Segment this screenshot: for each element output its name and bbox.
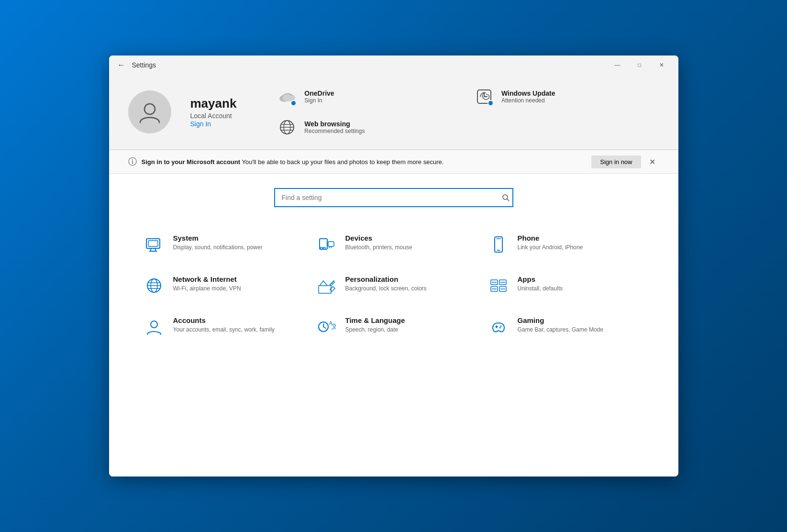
windows-update-sublabel: Attention needed xyxy=(501,97,555,104)
web-browsing-icon xyxy=(277,117,298,138)
settings-item-phone[interactable]: Phone Link your Android, iPhone xyxy=(482,226,650,263)
web-browsing-service[interactable]: Web browsing Recommended settings xyxy=(275,115,462,140)
personalization-title: Personalization xyxy=(345,275,427,283)
search-container xyxy=(138,188,650,207)
phone-desc: Link your Android, iPhone xyxy=(518,244,583,252)
search-icon xyxy=(502,194,510,201)
svg-line-44 xyxy=(323,327,326,328)
signin-banner: ⓘ Sign in to your Microsoft account You'… xyxy=(109,150,678,174)
phone-title: Phone xyxy=(518,234,583,242)
settings-window: ← Settings — □ ✕ mayank Local Accou xyxy=(109,55,678,477)
phone-icon xyxy=(488,234,509,255)
minimize-button[interactable]: — xyxy=(607,57,629,73)
avatar xyxy=(128,90,171,133)
onedrive-text: OneDrive Sign In xyxy=(304,89,334,104)
apps-desc: Uninstall, defaults xyxy=(518,285,563,293)
header-area: mayank Local Account Sign In OneDrive S xyxy=(109,75,678,150)
apps-text: Apps Uninstall, defaults xyxy=(518,275,563,293)
onedrive-service[interactable]: OneDrive Sign In xyxy=(275,84,462,109)
system-title: System xyxy=(173,234,263,242)
maximize-icon: □ xyxy=(638,62,641,68)
maximize-button[interactable]: □ xyxy=(629,57,651,73)
network-title: Network & Internet xyxy=(173,275,241,283)
search-box xyxy=(274,188,513,207)
gaming-title: Gaming xyxy=(518,316,603,324)
windows-update-text: Windows Update Attention needed xyxy=(501,89,555,104)
windows-update-label: Windows Update xyxy=(501,89,555,97)
search-input[interactable] xyxy=(274,188,513,207)
settings-item-accounts[interactable]: Accounts Your accounts, email, sync, wor… xyxy=(138,309,305,345)
accounts-desc: Your accounts, email, sync, work, family xyxy=(173,326,275,334)
onedrive-icon-wrap xyxy=(277,86,298,107)
personalization-icon xyxy=(316,275,337,296)
settings-grid: System Display, sound, notifications, po… xyxy=(138,226,650,345)
devices-title: Devices xyxy=(345,234,412,242)
profile-name: mayank xyxy=(190,96,237,111)
svg-rect-15 xyxy=(148,241,158,246)
personalization-desc: Background, lock screen, colors xyxy=(345,285,427,293)
accounts-title: Accounts xyxy=(173,316,275,324)
settings-item-gaming[interactable]: Gaming Game Bar, captures, Game Mode xyxy=(482,309,650,345)
svg-point-41 xyxy=(151,321,157,328)
phone-text: Phone Link your Android, iPhone xyxy=(518,234,583,252)
signin-banner-message: Sign in to your Microsoft account You'll… xyxy=(142,158,587,166)
settings-item-system[interactable]: System Display, sound, notifications, po… xyxy=(138,226,305,263)
network-text: Network & Internet Wi-Fi, airplane mode,… xyxy=(173,275,241,293)
back-button[interactable]: ← xyxy=(115,58,128,72)
profile-signin-link[interactable]: Sign In xyxy=(190,120,211,128)
signin-now-button[interactable]: Sign in now xyxy=(591,155,641,168)
devices-desc: Bluetooth, printers, mouse xyxy=(345,244,412,252)
profile-account-type: Local Account xyxy=(190,112,237,120)
user-avatar-icon xyxy=(137,100,162,124)
onedrive-sublabel: Sign In xyxy=(304,97,334,104)
svg-line-31 xyxy=(330,281,334,285)
settings-item-time[interactable]: A 文 Time & Language Speech, region, date xyxy=(310,309,477,345)
settings-item-devices[interactable]: Devices Bluetooth, printers, mouse xyxy=(310,226,477,263)
svg-rect-19 xyxy=(323,247,325,249)
close-icon: ✕ xyxy=(659,62,664,68)
time-text: Time & Language Speech, region, date xyxy=(345,316,405,334)
onedrive-label: OneDrive xyxy=(304,89,334,97)
header-services: OneDrive Sign In Windows Update xyxy=(275,84,659,140)
minimize-icon: — xyxy=(615,62,621,68)
time-title: Time & Language xyxy=(345,316,405,324)
web-browsing-text: Web browsing Recommended settings xyxy=(304,120,365,134)
windows-update-status-dot xyxy=(488,100,494,106)
system-text: System Display, sound, notifications, po… xyxy=(173,234,263,252)
info-icon: ⓘ xyxy=(128,156,137,167)
signin-banner-close-button[interactable]: ✕ xyxy=(646,155,659,168)
gaming-desc: Game Bar, captures, Game Mode xyxy=(518,326,603,334)
gaming-text: Gaming Game Bar, captures, Game Mode xyxy=(518,316,603,334)
search-button[interactable] xyxy=(502,194,510,201)
apps-icon xyxy=(488,275,509,296)
devices-icon xyxy=(316,234,337,255)
svg-rect-17 xyxy=(328,242,334,246)
signin-banner-strong: Sign in to your Microsoft account xyxy=(142,158,241,166)
svg-point-50 xyxy=(499,327,500,329)
settings-item-personalization[interactable]: Personalization Background, lock screen,… xyxy=(310,267,477,304)
windows-update-service[interactable]: Windows Update Attention needed xyxy=(472,84,659,109)
time-desc: Speech, region, date xyxy=(345,326,405,334)
web-browsing-label: Web browsing xyxy=(304,120,365,128)
accounts-icon xyxy=(144,316,165,337)
svg-point-49 xyxy=(500,326,501,327)
svg-point-0 xyxy=(144,104,155,114)
gaming-icon xyxy=(488,316,509,337)
window-title: Settings xyxy=(132,61,607,69)
svg-line-10 xyxy=(507,199,509,201)
network-desc: Wi-Fi, airplane mode, VPN xyxy=(173,285,241,293)
settings-item-apps[interactable]: Apps Uninstall, defaults xyxy=(482,267,650,304)
network-icon xyxy=(144,275,165,296)
svg-rect-18 xyxy=(321,247,322,249)
web-browsing-icon-wrap xyxy=(277,117,298,138)
web-browsing-sublabel: Recommended settings xyxy=(304,128,365,134)
svg-text:文: 文 xyxy=(331,322,336,330)
titlebar: ← Settings — □ ✕ xyxy=(109,55,678,75)
close-button[interactable]: ✕ xyxy=(651,57,673,73)
main-content: System Display, sound, notifications, po… xyxy=(109,174,678,477)
settings-item-network[interactable]: Network & Internet Wi-Fi, airplane mode,… xyxy=(138,267,305,304)
profile-info: mayank Local Account Sign In xyxy=(190,96,237,128)
time-language-icon: A 文 xyxy=(316,316,337,337)
devices-text: Devices Bluetooth, printers, mouse xyxy=(345,234,412,252)
system-desc: Display, sound, notifications, power xyxy=(173,244,263,252)
